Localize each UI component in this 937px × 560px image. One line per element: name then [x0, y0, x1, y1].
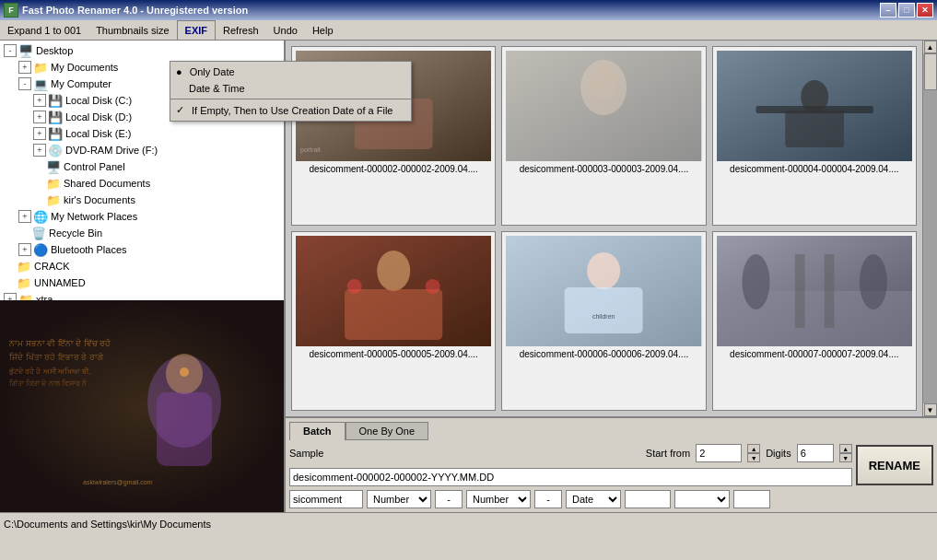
tab-one-by-one[interactable]: One By One	[346, 422, 429, 440]
photo-cell-3[interactable]: desicomment-000004-000004-2009.04....	[712, 46, 917, 226]
app-icon: F	[4, 3, 18, 18]
photo-thumb-6	[717, 236, 912, 346]
svg-text:ਨਾਮ ਸਭਨਾ ਵੀ ਇੱਨਾ ਦੇ ਵਿੱਚ ਰਹੋ: ਨਾਮ ਸਭਨਾ ਵੀ ਇੱਨਾ ਦੇ ਵਿੱਚ ਰਹੋ	[8, 338, 111, 348]
tree-expand-my-computer[interactable]: -	[18, 77, 31, 90]
field6-select[interactable]	[674, 490, 730, 508]
digits-label: Digits	[766, 448, 791, 459]
photo-cell-6[interactable]: desicomment-000007-000007-2009.04....	[712, 231, 917, 411]
rename-button[interactable]: RENAME	[856, 445, 933, 485]
tree-item-desktop[interactable]: - 🖥️ Desktop	[2, 42, 282, 59]
scrollbar[interactable]: ▲ ▼	[922, 41, 937, 416]
svg-point-9	[180, 368, 189, 377]
svg-point-35	[742, 254, 769, 309]
tree-item-recycle-bin[interactable]: 🗑️ Recycle Bin	[2, 225, 282, 241]
maximize-button[interactable]: □	[898, 3, 915, 18]
start-from-up[interactable]: ▲	[747, 444, 760, 453]
svg-rect-8	[157, 392, 212, 466]
photo-cell-5[interactable]: children desicomment-000006-000006-2009.…	[501, 231, 706, 411]
svg-point-25	[347, 279, 362, 294]
tree-expand-xtra[interactable]: +	[4, 293, 17, 300]
tree-item-xtra[interactable]: + 📁 xtra	[2, 291, 282, 300]
menu-undo[interactable]: Undo	[266, 20, 305, 40]
tree-expand-my-documents[interactable]: +	[18, 61, 31, 74]
tree-expand-desktop[interactable]: -	[4, 44, 17, 57]
tree-item-shared-documents[interactable]: 📁 Shared Documents	[2, 175, 282, 192]
sample-label: Sample	[289, 448, 323, 459]
minimize-button[interactable]: –	[880, 3, 896, 18]
tree-item-dvd[interactable]: + 💿 DVD-RAM Drive (F:)	[2, 142, 282, 158]
tree-item-control-panel[interactable]: 🖥️ Control Panel	[2, 158, 282, 175]
tree-expand-local-e[interactable]: +	[33, 127, 46, 140]
sep1-input[interactable]	[435, 490, 463, 508]
preview-image: ਨਾਮ ਸਭਨਾ ਵੀ ਇੱਨਾ ਦੇ ਵਿੱਚ ਰਹੋ ਜਿੱਦੇ ਖਿੱਤਾ…	[0, 300, 284, 512]
menu-refresh[interactable]: Refresh	[216, 20, 266, 40]
scroll-up-button[interactable]: ▲	[924, 41, 937, 53]
tree-item-crack[interactable]: 📁 CRACK	[2, 258, 282, 274]
scroll-track[interactable]	[923, 53, 937, 403]
photo-label-2: desicomment-000003-000003-2009.04....	[520, 164, 688, 174]
field4-select[interactable]: Date	[566, 490, 621, 508]
tree-item-bluetooth[interactable]: + 🔵 Bluetooth Places	[2, 241, 282, 258]
photo-cell-4[interactable]: desicomment-000005-000005-2009.04....	[291, 231, 496, 411]
tree-item-unnamed[interactable]: 📁 UNNAMED	[2, 274, 282, 291]
exif-only-date[interactable]: ● Only Date	[170, 64, 411, 80]
scroll-down-button[interactable]: ▼	[924, 403, 937, 416]
field3-select[interactable]: Number	[466, 490, 531, 508]
digits-down[interactable]: ▼	[839, 453, 852, 462]
tree-expand-network[interactable]: +	[18, 210, 31, 223]
menu-help[interactable]: Help	[305, 20, 341, 40]
field7-input[interactable]	[733, 490, 770, 508]
svg-text:ਗਿੱਤਾ ਕਿਤਾ ਦੇ ਨਾਲ ਵਿਸਾਰ ਨੇ: ਗਿੱਤਾ ਕਿਤਾ ਦੇ ਨਾਲ ਵਿਸਾਰ ਨੇ	[8, 379, 88, 388]
start-from-input[interactable]	[696, 444, 742, 462]
menu-exif[interactable]: EXIF	[177, 20, 216, 40]
photo-label-4: desicomment-000005-000005-2009.04....	[309, 349, 477, 359]
field-selector-row: Number Number Date	[289, 490, 933, 508]
unnamed-icon: 📁	[17, 275, 31, 290]
scroll-thumb[interactable]	[924, 53, 937, 90]
tree-item-local-e[interactable]: + 💾 Local Disk (E:)	[2, 125, 282, 142]
tree-expand-local-d[interactable]: +	[33, 111, 46, 123]
local-e-icon: 💾	[48, 126, 63, 141]
photo-cell-2[interactable]: desicomment-000003-000003-2009.04....	[501, 46, 706, 226]
bluetooth-icon: 🔵	[33, 242, 48, 257]
digits-up[interactable]: ▲	[839, 444, 852, 453]
menu-thumbnails[interactable]: Thumbnails size	[88, 20, 176, 40]
photo-label-3: desicomment-000004-000004-2009.04....	[730, 164, 898, 174]
svg-text:portrait: portrait	[300, 146, 321, 154]
title-bar: F Fast Photo Renamer 4.0 - Unregistered …	[0, 0, 937, 20]
dvd-icon: 💿	[48, 143, 63, 158]
field5-input[interactable]	[625, 490, 671, 508]
close-button[interactable]: ✕	[917, 3, 933, 18]
exif-if-empty[interactable]: ✓ If Empty, Then to Use Creation Date of…	[170, 101, 411, 119]
xtra-icon: 📁	[18, 292, 33, 300]
svg-rect-29	[565, 287, 643, 333]
exif-separator	[170, 99, 411, 99]
tree-item-network-places[interactable]: + 🌐 My Network Places	[2, 208, 282, 225]
field2-select[interactable]: Number	[367, 490, 431, 508]
menu-expand[interactable]: Expand 1 to 001	[0, 20, 88, 40]
exif-date-time[interactable]: Date & Time	[170, 80, 411, 97]
main-layout: - 🖥️ Desktop + 📁 My Documents - 💻 My Com…	[0, 41, 937, 512]
svg-rect-33	[795, 254, 805, 328]
local-c-icon: 💾	[48, 93, 63, 108]
tree-expand-dvd[interactable]: +	[33, 144, 46, 157]
my-computer-icon: 💻	[33, 76, 48, 91]
svg-text:ਭੁੱਟਦੇ ਰਹੇ ਹੋ ਅਸੀ ਅਖਿਆ ਬੀ,: ਭੁੱਟਦੇ ਰਹੇ ਹੋ ਅਸੀ ਅਖਿਆ ਬੀ,	[8, 367, 90, 376]
exif-dropdown: ● Only Date Date & Time ✓ If Empty, Then…	[170, 61, 412, 122]
tree-expand-local-c[interactable]: +	[33, 94, 46, 107]
tree-item-kirs-documents[interactable]: 📁 kir's Documents	[2, 192, 282, 208]
recycle-bin-icon: 🗑️	[31, 226, 46, 240]
digits-input[interactable]	[797, 444, 834, 462]
field1-input[interactable]	[289, 490, 363, 508]
sample-input[interactable]	[289, 468, 852, 486]
photo-thumb-3	[717, 51, 912, 161]
preview-panel: ਨਾਮ ਸਭਨਾ ਵੀ ਇੱਨਾ ਦੇ ਵਿੱਚ ਰਹੋ ਜਿੱਦੇ ਖਿੱਤਾ…	[0, 300, 284, 512]
svg-point-26	[426, 279, 440, 294]
status-bar: C:\Documents and Settings\kir\My Documen…	[0, 512, 937, 534]
tab-batch[interactable]: Batch	[289, 422, 346, 440]
shared-docs-icon: 📁	[46, 176, 61, 191]
tree-expand-bluetooth[interactable]: +	[18, 243, 31, 256]
sep2-input[interactable]	[534, 490, 562, 508]
start-from-down[interactable]: ▼	[747, 453, 760, 462]
photo-thumb-2	[506, 51, 701, 161]
